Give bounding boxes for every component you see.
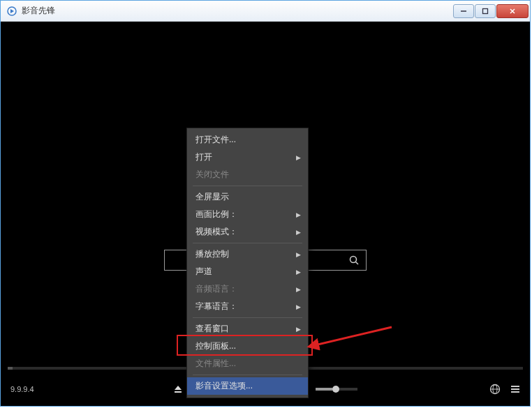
svg-line-7 <box>356 262 359 265</box>
svg-rect-3 <box>483 8 488 13</box>
menu-separator <box>193 243 302 243</box>
globe-button[interactable] <box>489 384 501 395</box>
menu-item-3[interactable]: 全屏显示 <box>187 188 308 206</box>
context-menu: 打开文件...打开▶关闭文件全屏显示画面比例：▶视频模式：▶播放控制▶声道▶音频… <box>186 128 309 398</box>
menu-item-10[interactable]: 查看窗口▶ <box>187 320 308 338</box>
minimize-button[interactable] <box>453 4 474 18</box>
chevron-right-icon: ▶ <box>296 303 301 310</box>
search-button[interactable] <box>342 250 366 270</box>
svg-point-6 <box>350 257 357 263</box>
eject-button[interactable] <box>173 384 183 394</box>
close-button[interactable] <box>496 4 529 18</box>
volume-slider[interactable] <box>316 388 357 391</box>
search-icon <box>348 255 360 266</box>
svg-rect-9 <box>175 391 182 393</box>
maximize-button[interactable] <box>475 4 496 18</box>
chevron-right-icon: ▶ <box>296 229 301 236</box>
playlist-button[interactable] <box>510 384 520 394</box>
chevron-right-icon: ▶ <box>296 326 301 333</box>
menu-item-0[interactable]: 打开文件... <box>187 131 308 149</box>
menu-item-11[interactable]: 控制面板... <box>187 338 308 355</box>
menu-item-8: 音频语言：▶ <box>187 280 308 298</box>
menu-item-9[interactable]: 字幕语言：▶ <box>187 298 308 315</box>
app-body: y 9.9.9.4 <box>1 22 530 406</box>
menu-separator <box>193 375 302 375</box>
chevron-right-icon: ▶ <box>296 251 301 258</box>
svg-marker-8 <box>175 386 182 390</box>
progress-fill <box>8 367 13 370</box>
menu-separator <box>193 317 302 318</box>
window-buttons <box>452 4 529 18</box>
menu-item-4[interactable]: 画面比例：▶ <box>187 206 308 223</box>
menu-item-5[interactable]: 视频模式：▶ <box>187 223 308 241</box>
menu-item-13[interactable]: 影音设置选项... <box>187 377 308 395</box>
version-label: 9.9.9.4 <box>10 385 34 393</box>
titlebar[interactable]: 影音先锋 <box>1 1 530 22</box>
menu-item-7[interactable]: 声道▶ <box>187 263 308 280</box>
chevron-right-icon: ▶ <box>296 286 301 293</box>
menu-item-1[interactable]: 打开▶ <box>187 149 308 166</box>
right-controls <box>489 384 520 395</box>
svg-marker-1 <box>10 9 14 13</box>
menu-separator <box>193 186 302 186</box>
volume-group <box>300 384 357 394</box>
chevron-right-icon: ▶ <box>296 269 301 275</box>
menu-item-12: 文件属性... <box>187 355 308 372</box>
chevron-right-icon: ▶ <box>296 211 301 218</box>
chevron-right-icon: ▶ <box>296 154 301 161</box>
app-icon <box>6 6 17 17</box>
menu-item-6[interactable]: 播放控制▶ <box>187 245 308 263</box>
menu-item-2: 关闭文件 <box>187 166 308 183</box>
app-window: 影音先锋 y 9.9.9.4 <box>0 0 531 407</box>
window-title: 影音先锋 <box>22 5 452 17</box>
